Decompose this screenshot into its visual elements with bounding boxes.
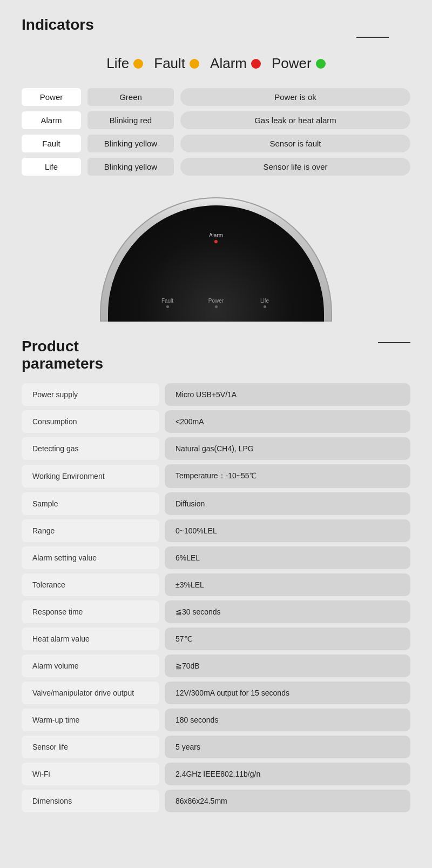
param-value-4: Diffusion bbox=[165, 492, 410, 515]
indicators-divider bbox=[356, 37, 389, 38]
device-fault-text: Fault bbox=[146, 298, 189, 304]
ind-color-power: Green bbox=[87, 88, 174, 106]
param-row-5: Range0~100%LEL bbox=[22, 519, 410, 542]
device-body: Alarm Fault Power Life bbox=[108, 205, 324, 322]
param-row-4: SampleDiffusion bbox=[22, 492, 410, 515]
legend-alarm-dot bbox=[251, 59, 261, 69]
alarm-led-dot bbox=[214, 240, 218, 243]
device-bottom-labels: Fault Power Life bbox=[108, 298, 324, 308]
param-row-15: Dimensions86x86x24.5mm bbox=[22, 790, 410, 812]
param-name-0: Power supply bbox=[22, 383, 159, 406]
legend-alarm-label: Alarm bbox=[210, 55, 247, 72]
param-value-2: Natural gas(CH4), LPG bbox=[165, 437, 410, 460]
param-name-2: Detecting gas bbox=[22, 437, 159, 460]
param-value-5: 0~100%LEL bbox=[165, 519, 410, 542]
params-divider bbox=[378, 342, 410, 343]
param-value-1: <200mA bbox=[165, 410, 410, 433]
ind-name-life: Life bbox=[22, 158, 81, 176]
ind-name-power: Power bbox=[22, 88, 81, 106]
param-row-7: Tolerance±3%LEL bbox=[22, 573, 410, 596]
param-row-6: Alarm setting value6%LEL bbox=[22, 546, 410, 569]
param-value-9: 57℃ bbox=[165, 627, 410, 650]
device-power-group: Power bbox=[194, 298, 238, 308]
device-power-text: Power bbox=[194, 298, 238, 304]
legend-fault: Fault bbox=[154, 55, 199, 72]
param-name-8: Response time bbox=[22, 600, 159, 623]
product-params-header: Product parameters bbox=[22, 338, 410, 372]
param-name-4: Sample bbox=[22, 492, 159, 515]
indicator-row-life: Life Blinking yellow Sensor life is over bbox=[22, 158, 410, 176]
legend-power: Power bbox=[272, 55, 326, 72]
legend-alarm: Alarm bbox=[210, 55, 261, 72]
param-value-8: ≦30 seconds bbox=[165, 600, 410, 623]
device-image: Alarm Fault Power Life bbox=[97, 192, 335, 322]
param-row-3: Working EnvironmentTemperature：-10~55℃ bbox=[22, 464, 410, 488]
param-row-10: Alarm volume≧70dB bbox=[22, 655, 410, 677]
param-value-12: 180 seconds bbox=[165, 709, 410, 731]
fault-led-dot bbox=[166, 305, 169, 308]
device-life-text: Life bbox=[243, 298, 286, 304]
param-value-13: 5 years bbox=[165, 736, 410, 758]
ind-desc-alarm: Gas leak or heat alarm bbox=[180, 111, 410, 129]
param-row-1: Consumption<200mA bbox=[22, 410, 410, 433]
param-value-3: Temperature：-10~55℃ bbox=[165, 464, 410, 488]
param-row-11: Valve/manipulator drive output12V/300mA … bbox=[22, 682, 410, 704]
legend-power-dot bbox=[316, 59, 326, 69]
param-name-3: Working Environment bbox=[22, 465, 159, 488]
legend-fault-label: Fault bbox=[154, 55, 185, 72]
param-row-13: Sensor life5 years bbox=[22, 736, 410, 758]
param-value-14: 2.4GHz IEEE802.11b/g/n bbox=[165, 763, 410, 785]
ind-desc-fault: Sensor is fault bbox=[180, 135, 410, 152]
ind-desc-life: Sensor life is over bbox=[180, 158, 410, 176]
life-led-dot bbox=[264, 305, 266, 308]
legend-life-dot bbox=[133, 59, 143, 69]
indicator-row-power: Power Green Power is ok bbox=[22, 88, 410, 106]
param-row-0: Power supplyMicro USB+5V/1A bbox=[22, 383, 410, 406]
param-name-11: Valve/manipulator drive output bbox=[22, 682, 159, 704]
param-name-6: Alarm setting value bbox=[22, 546, 159, 569]
legend-row: Life Fault Alarm Power bbox=[22, 55, 410, 72]
param-value-15: 86x86x24.5mm bbox=[165, 790, 410, 812]
params-list: Power supplyMicro USB+5V/1AConsumption<2… bbox=[22, 383, 410, 812]
legend-power-label: Power bbox=[272, 55, 312, 72]
param-name-1: Consumption bbox=[22, 410, 159, 433]
device-alarm-text: Alarm bbox=[209, 232, 223, 238]
power-led-dot bbox=[215, 305, 218, 308]
ind-color-alarm: Blinking red bbox=[87, 111, 174, 129]
param-row-12: Warm-up time180 seconds bbox=[22, 709, 410, 731]
indicators-title: Indicators bbox=[22, 16, 410, 34]
ind-name-fault: Fault bbox=[22, 135, 81, 152]
param-name-14: Wi-Fi bbox=[22, 763, 159, 785]
ind-color-life: Blinking yellow bbox=[87, 158, 174, 176]
legend-life-label: Life bbox=[106, 55, 129, 72]
legend-life: Life bbox=[106, 55, 143, 72]
device-life-group: Life bbox=[243, 298, 286, 308]
ind-color-fault: Blinking yellow bbox=[87, 135, 174, 152]
param-value-10: ≧70dB bbox=[165, 655, 410, 677]
indicators-header: Indicators bbox=[22, 16, 410, 34]
ind-desc-power: Power is ok bbox=[180, 88, 410, 106]
param-value-0: Micro USB+5V/1A bbox=[165, 383, 410, 406]
indicator-table: Power Green Power is ok Alarm Blinking r… bbox=[22, 88, 410, 176]
param-name-10: Alarm volume bbox=[22, 655, 159, 677]
page-container: Indicators Life Fault Alarm Power Power … bbox=[0, 0, 432, 829]
param-name-9: Heat alarm value bbox=[22, 627, 159, 650]
device-fault-group: Fault bbox=[146, 298, 189, 308]
param-name-7: Tolerance bbox=[22, 573, 159, 596]
indicator-row-fault: Fault Blinking yellow Sensor is fault bbox=[22, 135, 410, 152]
product-params-title: Product parameters bbox=[22, 338, 410, 372]
ind-name-alarm: Alarm bbox=[22, 111, 81, 129]
param-row-8: Response time≦30 seconds bbox=[22, 600, 410, 623]
param-name-15: Dimensions bbox=[22, 790, 159, 812]
param-name-13: Sensor life bbox=[22, 736, 159, 758]
indicator-row-alarm: Alarm Blinking red Gas leak or heat alar… bbox=[22, 111, 410, 129]
legend-fault-dot bbox=[190, 59, 199, 69]
alarm-label-group: Alarm bbox=[209, 232, 223, 243]
device-section: Alarm Fault Power Life bbox=[22, 192, 410, 322]
param-value-7: ±3%LEL bbox=[165, 573, 410, 596]
param-value-11: 12V/300mA output for 15 seconds bbox=[165, 682, 410, 704]
param-row-2: Detecting gasNatural gas(CH4), LPG bbox=[22, 437, 410, 460]
param-name-12: Warm-up time bbox=[22, 709, 159, 731]
param-value-6: 6%LEL bbox=[165, 546, 410, 569]
param-name-5: Range bbox=[22, 519, 159, 542]
